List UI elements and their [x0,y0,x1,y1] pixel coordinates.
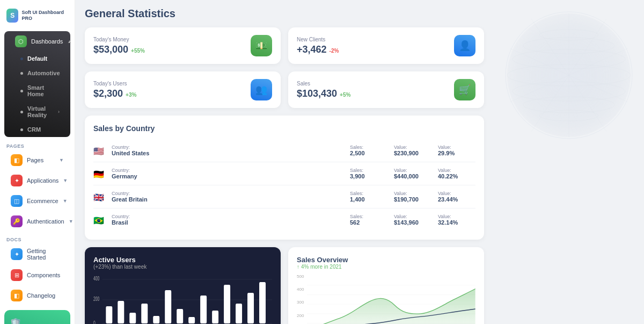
stat-change-users: +3% [126,92,136,98]
value2-br: 32.14% [438,219,475,226]
stat-icon-users: 👥 [251,79,272,100]
country-row-gb: 🇬🇧 Country: Great Britain Sales: 1,400 V… [93,185,475,208]
dashboard-icon: ⬡ [15,35,27,47]
pages-icon: ◧ [11,154,23,166]
svg-rect-8 [129,313,136,323]
svg-rect-6 [106,306,112,323]
country-info-gb: Country: Great Britain [112,191,343,203]
value2-de: 40.22% [438,173,475,179]
auth-icon: 🔑 [11,215,23,227]
sales-overview-card: Sales Overview ↑ 4% more in 2021 500 400… [288,247,484,324]
y-label-500: 500 [297,274,304,279]
sidebar-item-auth[interactable]: 🔑 Authentication ▼ [4,212,70,231]
changelog-label: Changelog [27,292,64,299]
value1-cell-gb: Value: $190,700 [394,191,431,203]
sidebar-item-applications[interactable]: ✦ Applications ▼ [4,171,70,190]
line-chart-svg [307,274,475,324]
active-users-subtitle: (+23%) than last week [93,264,272,270]
y-axis-labels: 500 400 300 200 100 0 [297,274,305,324]
arrow-up-icon: ↑ [297,264,299,270]
value2-cell-br: Value: 32.14% [438,214,475,226]
dashboards-label: Dashboards [31,38,63,45]
stat-value-row: $53,000 +55% [93,44,145,55]
dot-icon [20,128,23,131]
line-chart-container: 500 400 300 200 100 0 [297,274,475,324]
page-title: General Statistics [85,8,484,20]
value2-cell-us: Value: 29.9% [438,145,475,156]
sidebar-item-crm[interactable]: CRM [9,123,66,136]
dashboards-group[interactable]: ⬡ Dashboards ▲ Default Automotive Smart … [4,31,70,137]
help-box: 🛡️ Need help? Please check our docs DOCU… [4,310,70,324]
sidebar-item-vr[interactable]: Virtual Reality › [9,102,66,122]
sales-value-de: 3,900 [350,173,387,179]
stat-info-users: Today's Users $2,300 +3% [93,81,136,99]
svg-rect-13 [188,317,195,323]
sidebar-item-default[interactable]: Default [9,52,66,66]
pages-section-header: PAGES [0,141,75,150]
sales-value-us: 2,500 [350,150,387,156]
dot-icon [20,111,23,113]
svg-rect-16 [224,285,230,323]
dot-icon [20,72,23,75]
sidebar-item-smarthome[interactable]: Smart Home [9,81,66,101]
sales-overview-subtitle-text: 4% more in 2021 [301,264,342,270]
chevron-down-icon: ▼ [69,219,74,224]
stat-info-clients: New Clients +3,462 -2% [297,37,339,55]
getting-started-icon: ✦ [11,248,23,260]
active-users-card: Active Users (+23%) than last week 400 2… [85,247,281,324]
components-icon: ⊞ [11,269,23,281]
svg-rect-15 [212,311,218,323]
ecommerce-label: Ecommerce [27,198,58,204]
y-label-300: 300 [297,300,304,305]
applications-icon: ✦ [11,175,23,186]
stat-label-money: Today's Money [93,37,145,42]
country-row-us: 🇺🇸 Country: United States Sales: 2,500 V… [93,139,475,162]
stat-value-row: $103,430 +5% [297,88,350,99]
sidebar-item-automotive[interactable]: Automotive [9,66,66,80]
app-title: Soft UI Dashboard PRO [21,10,68,21]
stat-card-money: Today's Money $53,000 +55% 💵 [85,27,281,64]
dot-icon [20,90,23,92]
stat-icon-sales: 🛒 [454,79,475,100]
chevron-right-icon: › [58,109,60,114]
stat-label-sales: Sales [297,81,350,87]
svg-rect-18 [247,293,254,323]
auth-label: Authentication [27,218,64,225]
sidebar-item-components[interactable]: ⊞ Components [4,265,70,285]
stat-change-sales: +5% [340,92,350,98]
automotive-label: Automotive [27,70,60,76]
stat-card-sales: Sales $103,430 +5% 🛒 [288,71,484,108]
stat-card-users: Today's Users $2,300 +3% 👥 [85,71,281,108]
sales-by-country-title: Sales by Country [93,124,475,133]
y-label-200: 200 [297,313,304,318]
sidebar-item-ecommerce[interactable]: ◫ Ecommerce ▼ [4,191,70,211]
stat-value-clients: +3,462 [297,44,327,55]
chevron-down-icon: ▼ [59,157,64,163]
sidebar-item-getting-started[interactable]: ✦ Getting Started [4,244,70,264]
value1-cell-de: Value: $440,000 [394,168,431,179]
ecommerce-icon: ◫ [11,195,23,207]
sidebar-item-dashboards[interactable]: ⬡ Dashboards ▲ [9,32,66,51]
stat-label-clients: New Clients [297,37,339,42]
sidebar-item-pages[interactable]: ◧ Pages ▼ [4,150,70,170]
pages-label: Pages [27,157,55,163]
stat-cards-grid: Today's Money $53,000 +55% 💵 New Clients… [85,27,484,108]
flag-de: 🇩🇪 [93,169,105,178]
sidebar-item-changelog[interactable]: ◧ Changelog [4,286,70,305]
value1-us: $230,900 [394,150,431,156]
country-info-de: Country: Germany [112,168,343,179]
value2-cell-de: Value: 40.22% [438,168,475,179]
stat-value-sales: $103,430 [297,88,337,99]
chevron-up-icon: ▲ [67,39,72,44]
svg-text:0: 0 [93,320,96,324]
dot-icon [20,57,23,60]
sales-overview-title: Sales Overview [297,256,475,264]
active-users-title: Active Users [93,256,272,264]
stat-change-money: +55% [131,48,145,54]
app-logo: S Soft UI Dashboard PRO [0,5,75,30]
sales-cell-us: Sales: 2,500 [350,145,387,156]
changelog-icon: ◧ [11,290,23,301]
value1-cell-br: Value: $143,960 [394,214,431,226]
svg-rect-10 [153,316,159,323]
components-label: Components [27,272,64,278]
